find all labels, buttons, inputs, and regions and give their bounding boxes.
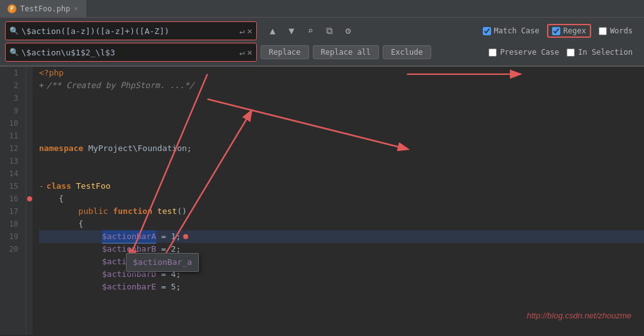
line-16-rest: = 1; (156, 230, 181, 243)
code-line-9: namespace MyProject\Foundation; (39, 142, 644, 155)
method-name: test (157, 205, 177, 218)
in-selection-label: In Selection (578, 48, 633, 57)
comment-block: /** Created by PhpStorm. ...*/ (47, 79, 195, 92)
function-keyword: function (113, 205, 152, 218)
fold-icon-class: - (39, 180, 44, 193)
autocomplete-text: $actionBar_a (133, 257, 192, 267)
clear-replace-icon[interactable]: ✕ (247, 47, 252, 57)
line-num-18: 18 (5, 218, 21, 230)
line-num-19: 19 (5, 230, 21, 243)
regex-label: Regex (563, 26, 586, 35)
words-option[interactable]: Words (599, 26, 633, 35)
var-a-match: $actionbarA (102, 230, 156, 244)
prev-match-button[interactable]: ▲ (264, 23, 281, 39)
public-keyword: public (39, 205, 108, 218)
match-case-checkbox[interactable] (483, 27, 491, 35)
line-num-3: 3 (5, 92, 21, 104)
code-line-16: $actionbarA = 1; (39, 230, 644, 243)
replace-buttons: Replace Replace all Exclude (261, 45, 431, 59)
replace-button[interactable]: Replace (261, 45, 309, 59)
replace-right-options: Preserve Case In Selection (489, 48, 639, 57)
search-row: 🔍 ↵ ✕ ▲ ▼ ⌕ ⧉ ⚙ Match Case Regex Words (5, 21, 639, 40)
namespace-value: MyProject\Foundation; (83, 142, 191, 155)
code-line-13: { (39, 193, 644, 205)
match-indicator (183, 234, 188, 239)
find-all-button[interactable]: ⌕ (302, 23, 319, 39)
search-input-group: 🔍 ↵ ✕ (5, 21, 257, 40)
line-num-12: 12 (5, 142, 21, 155)
tab-label: TestFoo.php (20, 4, 70, 13)
php-opening-tag: <?php (39, 67, 64, 79)
breakpoint-14 (27, 196, 32, 201)
line-num-2: 2 (5, 79, 21, 92)
autocomplete-popup: $actionBar_a (126, 253, 199, 272)
code-line-12: -class TestFoo (39, 180, 644, 193)
tab-testfoo[interactable]: P TestFoo.php × (0, 0, 86, 17)
match-case-label: Match Case (494, 26, 539, 35)
toolbar-actions: ▲ ▼ ⌕ ⧉ ⚙ (264, 23, 356, 39)
multiline-button[interactable]: ⧉ (321, 23, 337, 39)
replace-input-group: 🔍 ↵ ✕ (5, 43, 257, 62)
namespace-keyword: namespace (39, 142, 83, 155)
class-name: TestFoo (71, 180, 111, 193)
code-line-10 (39, 155, 644, 167)
in-selection-option[interactable]: In Selection (567, 48, 633, 57)
code-editor: 1 2 3 9 10 11 12 13 14 15 16 17 18 19 20… (0, 67, 644, 335)
replace-icon: 🔍 (9, 48, 19, 57)
line-numbers: 1 2 3 9 10 11 12 13 14 15 16 17 18 19 20 (0, 67, 26, 335)
line-num-17: 17 (5, 205, 21, 218)
code-line-14: public function test() (39, 205, 644, 218)
preserve-case-option[interactable]: Preserve Case (489, 48, 559, 57)
enter-icon[interactable]: ↵ (239, 26, 244, 36)
php-icon: P (8, 4, 16, 13)
search-input[interactable] (21, 26, 237, 36)
open-brace-1: { (39, 193, 64, 205)
code-line-20: $actionbarE = 5; (39, 281, 644, 293)
line-num-15: 15 (5, 180, 21, 193)
code-line-empty1 (39, 104, 644, 117)
replace-row: 🔍 ↵ ✕ Replace Replace all Exclude Preser… (5, 43, 639, 62)
in-selection-checkbox[interactable] (567, 48, 575, 57)
var-e: $actionbarE (102, 281, 156, 293)
line-num-13: 13 (5, 155, 21, 167)
words-label: Words (610, 26, 633, 35)
words-checkbox[interactable] (599, 27, 607, 35)
regex-option[interactable]: Regex (547, 24, 591, 38)
preserve-case-checkbox[interactable] (489, 48, 497, 57)
replace-enter-icon[interactable]: ↵ (239, 47, 244, 57)
line-num-10: 10 (5, 117, 21, 130)
code-line-11 (39, 167, 644, 180)
line-num-14: 14 (5, 167, 21, 180)
match-case-option[interactable]: Match Case (483, 26, 539, 35)
preserve-case-label: Preserve Case (500, 48, 559, 57)
watermark: http://blog.csdn.net/zhouzme (527, 310, 631, 322)
find-replace-bar: 🔍 ↵ ✕ ▲ ▼ ⌕ ⧉ ⚙ Match Case Regex Words (0, 18, 644, 67)
right-options: Match Case Regex Words (483, 24, 640, 38)
regex-checkbox[interactable] (552, 27, 560, 35)
line-num-9: 9 (5, 104, 21, 117)
code-content[interactable]: <?php +/** Created by PhpStorm. ...*/ na… (33, 67, 644, 335)
replace-all-button[interactable]: Replace all (313, 45, 379, 59)
search-icon: 🔍 (9, 26, 19, 35)
code-line-2: +/** Created by PhpStorm. ...*/ (39, 79, 644, 92)
clear-search-icon[interactable]: ✕ (247, 26, 252, 36)
line-num-16: 16 (5, 193, 21, 205)
tab-bar: P TestFoo.php × (0, 0, 644, 18)
fold-icon: + (39, 79, 44, 92)
settings-button[interactable]: ⚙ (340, 23, 356, 39)
line-num-1: 1 (5, 67, 21, 79)
code-line-empty3 (39, 130, 644, 142)
line-20-rest: = 5; (156, 281, 181, 293)
code-line-3 (39, 92, 644, 104)
exclude-button[interactable]: Exclude (383, 45, 431, 59)
code-line-empty2 (39, 117, 644, 130)
class-keyword: class (47, 180, 71, 193)
line-num-11: 11 (5, 130, 21, 142)
tab-close-button[interactable]: × (74, 4, 78, 13)
code-line-15: { (39, 218, 644, 230)
next-match-button[interactable]: ▼ (283, 23, 300, 39)
open-brace-2: { (39, 218, 83, 230)
breakpoint-gutter (26, 67, 33, 335)
replace-input[interactable] (21, 48, 237, 57)
code-line-1: <?php (39, 67, 644, 79)
